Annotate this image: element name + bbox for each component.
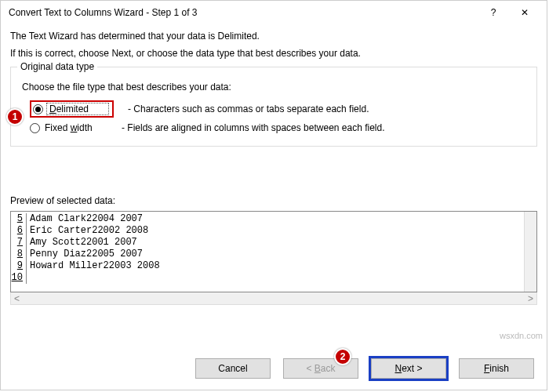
radio-row-fixed: Fixed width - Fields are aligned in colu… (30, 122, 529, 133)
original-data-type-group: Original data type Choose the file type … (10, 67, 537, 147)
preview-box: 5Adam Clark22004 2007 6Eric Carter22002 … (10, 211, 537, 292)
radio-fixed-width[interactable] (30, 123, 40, 133)
next-button[interactable]: Next > (371, 358, 446, 379)
close-button[interactable]: ✕ (509, 1, 540, 24)
radio-fixed-label[interactable]: Fixed width (45, 122, 107, 133)
preview-row: 10 (11, 272, 536, 284)
intro-text-1: The Text Wizard has determined that your… (10, 31, 537, 42)
scroll-left-icon[interactable]: < (14, 293, 20, 304)
preview-horizontal-scrollbar[interactable]: < > (10, 292, 537, 305)
annotation-badge-2: 2 (334, 348, 351, 365)
group-legend: Original data type (17, 61, 97, 72)
finish-button[interactable]: Finish (459, 358, 534, 379)
choose-prompt: Choose the file type that best describes… (22, 82, 529, 93)
cancel-button[interactable]: Cancel (195, 358, 271, 379)
preview-label: Preview of selected data: (10, 195, 537, 206)
radio-delimited-label[interactable]: Delimited (46, 103, 109, 115)
preview-row: 8Penny Diaz22005 2007 (11, 249, 536, 260)
radio-row-delimited: Delimited - Characters such as commas or… (30, 100, 529, 118)
radio-delimited-desc: - Characters such as commas or tabs sepa… (128, 103, 369, 114)
button-bar: Cancel < Back Next > Finish (1, 349, 547, 390)
preview-row: 5Adam Clark22004 2007 (11, 213, 536, 225)
preview-row: 9Howard Miller22003 2008 (11, 260, 536, 272)
wizard-window: Convert Text to Columns Wizard - Step 1 … (0, 0, 547, 390)
watermark-text: wsxdn.com (500, 331, 543, 340)
radio-fixed-desc: - Fields are aligned in columns with spa… (122, 122, 385, 133)
dialog-content: The Text Wizard has determined that your… (1, 24, 547, 349)
help-button[interactable]: ? (478, 1, 509, 24)
preview-vertical-scrollbar[interactable] (524, 212, 536, 292)
titlebar: Convert Text to Columns Wizard - Step 1 … (1, 1, 547, 24)
intro-text-2: If this is correct, choose Next, or choo… (10, 48, 537, 59)
window-title: Convert Text to Columns Wizard - Step 1 … (9, 7, 478, 18)
radio-delimited[interactable] (33, 104, 43, 114)
scroll-right-icon[interactable]: > (528, 293, 533, 304)
preview-row: 7Amy Scott22001 2007 (11, 237, 536, 249)
annotation-badge-1: 1 (6, 108, 24, 125)
delimited-highlight: Delimited (30, 100, 114, 118)
preview-row: 6Eric Carter22002 2008 (11, 225, 536, 237)
